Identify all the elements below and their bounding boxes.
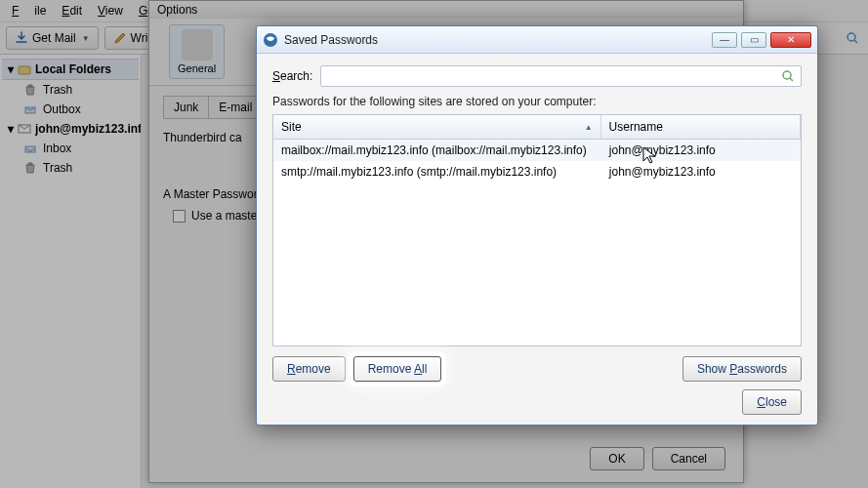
cell-site: mailbox://mail.mybiz123.info (mailbox://…	[273, 140, 601, 161]
table-header: Site ▲ Username	[273, 115, 801, 140]
general-icon	[182, 29, 213, 61]
checkbox-icon[interactable]	[173, 210, 186, 223]
sidebar-item-trash[interactable]: Trash	[2, 80, 139, 100]
dialog-title: Saved Passwords	[284, 33, 378, 47]
maximize-button[interactable]: ▭	[741, 32, 766, 48]
cell-site: smtp://mail.mybiz123.info (smtp://mail.m…	[273, 161, 601, 183]
get-mail-button[interactable]: Get Mail ▼	[6, 26, 99, 50]
sidebar-item-outbox[interactable]: Outbox	[2, 100, 139, 119]
item-label: Inbox	[43, 142, 71, 155]
folder-sidebar: ▾ Local Folders Trash Outbox ▾ john@mybi…	[0, 55, 142, 488]
sidebar-local-folders[interactable]: ▾ Local Folders	[2, 59, 139, 80]
trash-icon	[23, 83, 37, 97]
subtab-junk[interactable]: Junk	[163, 96, 209, 118]
show-passwords-button[interactable]: Show Passwords	[682, 356, 802, 382]
svg-point-7	[783, 71, 791, 79]
dialog-body: Search: Passwords for the following site…	[257, 54, 817, 425]
saved-passwords-dialog: Saved Passwords — ▭ ✕ Search: Passwords …	[256, 25, 818, 426]
menu-view[interactable]: View	[90, 2, 131, 20]
app-icon	[263, 32, 278, 48]
collapse-icon: ▾	[8, 122, 14, 136]
search-input[interactable]	[320, 65, 802, 87]
menu-file[interactable]: File	[4, 2, 54, 20]
minimize-button[interactable]: —	[712, 32, 737, 48]
table-row[interactable]: mailbox://mail.mybiz123.info (mailbox://…	[273, 140, 801, 161]
item-label: Trash	[43, 83, 72, 97]
dropdown-icon: ▼	[82, 34, 90, 43]
svg-point-0	[847, 33, 855, 41]
pencil-icon	[113, 31, 127, 45]
account-label: john@mybiz123.info	[35, 122, 142, 136]
options-title: Options	[149, 1, 743, 19]
cell-user: john@mybiz123.info	[601, 161, 801, 183]
folder-icon	[18, 62, 31, 76]
download-icon	[15, 31, 28, 45]
cell-user: john@mybiz123.info	[601, 140, 801, 161]
sidebar-account[interactable]: ▾ john@mybiz123.info	[2, 119, 139, 139]
search-row: Search:	[272, 65, 802, 87]
svg-line-1	[854, 40, 857, 43]
col-site[interactable]: Site ▲	[273, 115, 601, 139]
menu-edit[interactable]: Edit	[54, 2, 90, 20]
outbox-icon	[23, 102, 37, 116]
window-buttons: — ▭ ✕	[712, 32, 811, 48]
sort-asc-icon: ▲	[585, 123, 593, 132]
col-site-label: Site	[281, 120, 302, 134]
options-button-bar: OK Cancel	[590, 447, 725, 470]
local-folders-label: Local Folders	[35, 62, 111, 76]
passwords-table: Site ▲ Username mailbox://mail.mybiz123.…	[272, 114, 802, 346]
close-row: Close	[272, 389, 802, 415]
remove-button[interactable]: Remove	[272, 356, 346, 382]
mail-icon	[18, 122, 31, 136]
close-window-button[interactable]: ✕	[770, 32, 811, 48]
cancel-button[interactable]: Cancel	[652, 447, 725, 470]
sidebar-item-inbox[interactable]: Inbox	[2, 139, 139, 158]
svg-rect-2	[19, 66, 30, 74]
search-icon	[781, 69, 795, 83]
dialog-description: Passwords for the following sites are st…	[272, 95, 802, 108]
dialog-titlebar[interactable]: Saved Passwords — ▭ ✕	[257, 26, 817, 54]
dialog-button-row: Remove Remove All Show Passwords	[272, 356, 802, 382]
table-row[interactable]: smtp://mail.mybiz123.info (smtp://mail.m…	[273, 161, 801, 183]
get-mail-label: Get Mail	[32, 31, 76, 45]
sidebar-item-trash-acct[interactable]: Trash	[2, 158, 139, 178]
checkbox-label: Use a master	[191, 209, 261, 223]
col-username[interactable]: Username	[601, 115, 801, 139]
trash-icon	[23, 161, 37, 175]
options-tab-general[interactable]: General	[169, 24, 225, 79]
table-body: mailbox://mail.mybiz123.info (mailbox://…	[273, 140, 801, 346]
col-user-label: Username	[609, 120, 663, 134]
collapse-icon: ▾	[8, 62, 14, 76]
search-label: Search:	[272, 69, 312, 83]
remove-all-button[interactable]: Remove All	[353, 356, 442, 382]
search-icon[interactable]	[843, 29, 862, 47]
item-label: Outbox	[43, 102, 81, 116]
inbox-icon	[23, 142, 37, 155]
ok-button[interactable]: OK	[590, 447, 643, 470]
tab-label: General	[178, 62, 216, 74]
close-button[interactable]: Close	[742, 389, 802, 415]
svg-line-8	[790, 78, 793, 81]
item-label: Trash	[43, 161, 72, 175]
